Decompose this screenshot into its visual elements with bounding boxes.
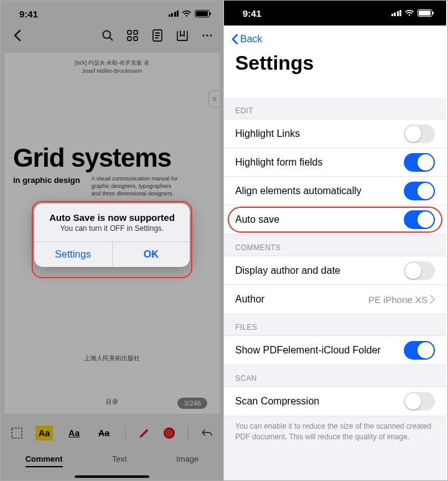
svg-point-8 bbox=[210, 34, 212, 36]
dialog-ok-button[interactable]: OK bbox=[113, 242, 190, 267]
back-icon[interactable] bbox=[11, 29, 23, 42]
wifi-icon bbox=[182, 10, 192, 17]
status-bar: 9:41 bbox=[224, 1, 446, 26]
page-meta: [WX] 约瑟夫·米勒-布罗克曼 著 Josef Müller-Brockman… bbox=[4, 53, 220, 75]
tab-image[interactable]: Image bbox=[176, 454, 198, 464]
row-icloud: Show PDFelement-iCloud Folder bbox=[224, 336, 446, 365]
bookmark-icon[interactable] bbox=[176, 29, 189, 42]
page-subtitle: in graphic design bbox=[13, 175, 80, 197]
battery-icon bbox=[418, 9, 432, 17]
more-icon[interactable] bbox=[201, 29, 213, 42]
row-highlight-form: Highlight form fields bbox=[224, 148, 446, 177]
grid-icon[interactable] bbox=[126, 29, 139, 42]
selection-icon[interactable] bbox=[11, 427, 23, 439]
annotation-toolbar: Aa Aa Aa bbox=[1, 420, 223, 446]
notes-icon[interactable] bbox=[151, 29, 164, 42]
back-label: Back bbox=[240, 34, 263, 45]
highlight-tool[interactable]: Aa bbox=[35, 426, 53, 441]
tab-comment[interactable]: Comment bbox=[26, 454, 63, 464]
pen-icon[interactable] bbox=[138, 427, 151, 439]
toggle-highlight-form[interactable] bbox=[404, 153, 435, 172]
toggle-display-author[interactable] bbox=[404, 261, 435, 280]
group-comments: Display author and date Author PE iPhone… bbox=[224, 256, 446, 314]
settings-sheet: Back Settings EDIT Highlight Links Highl… bbox=[224, 26, 446, 480]
status-time: 9:41 bbox=[243, 8, 261, 19]
status-icons bbox=[391, 9, 433, 17]
row-display-author: Display author and date bbox=[224, 256, 446, 285]
search-icon[interactable] bbox=[101, 29, 114, 42]
row-scan-compression: Scan Compression bbox=[224, 387, 446, 416]
status-icons bbox=[169, 10, 210, 17]
svg-rect-3 bbox=[128, 37, 131, 40]
svg-rect-4 bbox=[134, 37, 138, 40]
top-toolbar bbox=[1, 24, 223, 47]
back-button[interactable]: Back bbox=[224, 26, 446, 48]
dialog-title: Auto Save is now supported bbox=[34, 203, 190, 224]
section-edit: EDIT bbox=[224, 98, 446, 119]
wifi-icon bbox=[404, 9, 414, 17]
toggle-scan-compression[interactable] bbox=[404, 392, 435, 411]
dialog-settings-button[interactable]: Settings bbox=[34, 242, 113, 267]
svg-rect-1 bbox=[128, 30, 131, 34]
group-scan: Scan Compression bbox=[224, 386, 446, 416]
page-description: A visual communication manual for graphi… bbox=[91, 175, 179, 197]
side-handle-icon[interactable]: ≡ bbox=[208, 90, 220, 108]
right-screen: 9:41 Back Settings EDIT Highlight Links bbox=[223, 1, 446, 480]
toggle-highlight-links[interactable] bbox=[404, 124, 435, 143]
row-highlight-links: Highlight Links bbox=[224, 119, 446, 148]
cellular-icon bbox=[169, 11, 179, 17]
home-indicator bbox=[75, 475, 149, 478]
chevron-left-icon bbox=[230, 33, 239, 45]
group-edit: Highlight Links Highlight form fields Al… bbox=[224, 119, 446, 235]
row-author[interactable]: Author PE iPhone XS bbox=[224, 285, 446, 314]
chevron-right-icon bbox=[430, 295, 435, 304]
toggle-align[interactable] bbox=[404, 182, 435, 200]
toggle-icloud[interactable] bbox=[404, 341, 435, 360]
author-value: PE iPhone XS bbox=[368, 294, 427, 305]
svg-rect-2 bbox=[134, 30, 138, 34]
color-icon[interactable] bbox=[163, 427, 175, 439]
left-screen: 9:41 [WX] 约瑟夫·米勒-布罗克曼 著 Josef Mül bbox=[1, 1, 223, 480]
battery-icon bbox=[195, 10, 210, 17]
svg-point-0 bbox=[103, 31, 111, 39]
status-time: 9:41 bbox=[19, 9, 38, 19]
status-bar: 9:41 bbox=[1, 1, 223, 24]
toggle-auto-save[interactable] bbox=[404, 210, 435, 229]
section-scan: SCAN bbox=[224, 365, 446, 386]
section-comments: COMMENTS bbox=[224, 235, 446, 256]
strikethrough-tool[interactable]: Aa bbox=[95, 426, 113, 441]
bottom-tabs: Comment Text Image bbox=[1, 446, 223, 471]
page-indicator: 3/246 bbox=[177, 398, 207, 409]
dialog-message: You can turn it OFF in Settings. bbox=[34, 224, 190, 241]
underline-tool[interactable]: Aa bbox=[65, 426, 83, 441]
settings-title: Settings bbox=[224, 48, 446, 81]
svg-point-7 bbox=[206, 34, 208, 36]
group-files: Show PDFelement-iCloud Folder bbox=[224, 335, 446, 365]
undo-icon[interactable] bbox=[201, 427, 213, 439]
svg-point-6 bbox=[202, 34, 204, 36]
publisher-text: 上海人民美術出版社 bbox=[4, 354, 220, 363]
page-title: Grid systems bbox=[13, 143, 220, 173]
svg-rect-9 bbox=[12, 428, 22, 438]
row-align: Align elements automatically bbox=[224, 177, 446, 205]
autosave-dialog: Auto Save is now supported You can turn … bbox=[34, 203, 190, 267]
row-auto-save: Auto save bbox=[224, 205, 446, 234]
scan-hint: You can enable it to reduce the size of … bbox=[224, 416, 446, 447]
cellular-icon bbox=[391, 10, 402, 16]
section-files: FILES bbox=[224, 314, 446, 335]
tab-text[interactable]: Text bbox=[112, 454, 127, 464]
